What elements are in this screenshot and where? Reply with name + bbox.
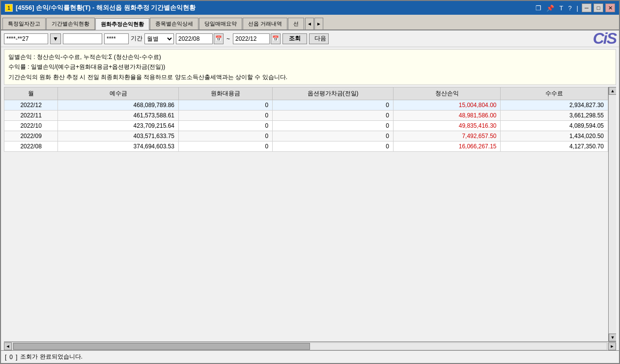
account-name-input[interactable]	[63, 33, 102, 44]
status-bar: [ 0 ] 조회가 완료되었습니다.	[1, 350, 619, 363]
table-cell: 468,089,789.86	[58, 100, 179, 111]
table-cell: 2022/11	[4, 111, 58, 121]
table-cell: 15,004,804.00	[394, 100, 501, 111]
vertical-scrollbar[interactable]: ▲ ▼	[608, 87, 616, 341]
main-window: 1 [4556] 손익/수익률현황(T) - 해외선옵 원화추정 기간별손익현황…	[0, 0, 620, 364]
table-cell: 0	[179, 141, 273, 152]
date-to-wrap: 📅	[233, 33, 281, 44]
table-cell: 0	[273, 111, 394, 121]
tab-daily-summary[interactable]: 당일매매요약	[199, 18, 242, 29]
tab-scroll-right[interactable]: ►	[314, 18, 323, 29]
pin-btn[interactable]: 📌	[545, 4, 556, 12]
title-controls: ❐ 📌 T ? | ─ □ ✕	[534, 3, 615, 12]
scroll-up-arrow[interactable]: ▲	[609, 87, 616, 95]
scroll-left-arrow[interactable]: ◄	[4, 342, 12, 350]
table-cell: 3,661,298.55	[501, 111, 608, 121]
date-from-calendar-btn[interactable]: 📅	[214, 33, 224, 44]
window-title: [4556] 손익/수익률현황(T) - 해외선옵 원화추정 기간별손익현황	[16, 3, 196, 12]
table-cell: 16,066,267.15	[394, 141, 501, 152]
table-cell: 0	[179, 121, 273, 131]
date-from-input[interactable]	[176, 33, 213, 44]
tab-extra[interactable]: 선	[288, 18, 304, 29]
col-header-fee: 수수료	[501, 87, 608, 100]
table-row: 2022/11461,573,588.610048,981,586.003,66…	[4, 111, 608, 121]
info-line-3: 기간손익의 원화 환산 추정 시 전일 최종회차환율을 적용하므로 양도소득산출…	[8, 72, 612, 82]
info-area: 일별손익 : 청산손익-수수료, 누적손익:Σ (청산손익-수수료) 수익률 :…	[4, 49, 616, 85]
status-bracket-open: [	[5, 354, 6, 361]
table-cell: 461,573,588.61	[58, 111, 179, 121]
table-container: 월 예수금 원화대용금 옵션평가차금(전일) 청산손익 수수료 2022/124…	[4, 87, 616, 350]
cis-logo: CiS	[593, 29, 616, 48]
table-cell: 2,934,827.30	[501, 100, 608, 111]
table-cell: 2022/08	[4, 141, 58, 152]
scroll-down-arrow[interactable]: ▼	[609, 334, 616, 341]
table-cell: 7,492,657.50	[394, 131, 501, 141]
table-row: 2022/12468,089,789.860015,004,804.002,93…	[4, 100, 608, 111]
table-cell: 0	[273, 131, 394, 141]
tab-futures-history[interactable]: 선옵 거래내역	[243, 18, 287, 29]
window-icon: 1	[5, 4, 13, 12]
tab-scroll-left[interactable]: ◄	[305, 18, 314, 29]
date-to-calendar-btn[interactable]: 📅	[271, 33, 281, 44]
col-header-option-eval: 옵션평가차금(전일)	[273, 87, 394, 100]
restore-btn[interactable]: ❐	[534, 4, 543, 12]
period-type-select[interactable]: 월별	[144, 33, 174, 44]
scroll-thumb-h[interactable]	[13, 343, 310, 350]
password-input[interactable]	[104, 33, 129, 44]
tab-period-profit[interactable]: 기간별손익현황	[46, 18, 95, 29]
table-cell: 49,835,416.30	[394, 121, 501, 131]
tab-item-detail[interactable]: 종목별손익상세	[150, 18, 198, 29]
table-cell: 374,694,603.53	[58, 141, 179, 152]
status-bracket-close: ]	[16, 354, 17, 361]
table-cell: 1,434,020.50	[501, 131, 608, 141]
col-header-liquidation: 청산손익	[394, 87, 501, 100]
table-row: 2022/08374,694,603.530016,066,267.154,12…	[4, 141, 608, 152]
period-label: 기간	[131, 34, 142, 43]
account-dropdown-btn[interactable]: ▼	[50, 33, 61, 44]
table-cell: 2022/09	[4, 131, 58, 141]
table-cell: 0	[179, 100, 273, 111]
table-cell: 0	[273, 141, 394, 152]
table-cell: 0	[179, 131, 273, 141]
scroll-track-h	[13, 342, 607, 350]
table-scroll-area: 월 예수금 원화대용금 옵션평가차금(전일) 청산손익 수수료 2022/124…	[4, 87, 608, 341]
next-button[interactable]: 다음	[309, 33, 329, 44]
horizontal-scrollbar[interactable]: ◄ ►	[4, 341, 616, 350]
date-separator: ~	[226, 35, 230, 42]
table-cell: 4,127,350.70	[501, 141, 608, 152]
toolbar: ▼ 기간 월별 📅 ~ 📅 조회 다음 CiS	[1, 30, 619, 47]
title-bar-left: 1 [4556] 손익/수익률현황(T) - 해외선옵 원화추정 기간별손익현황	[5, 3, 196, 12]
help-btn[interactable]: ?	[566, 4, 573, 12]
table-header-row: 월 예수금 원화대용금 옵션평가차금(전일) 청산손익 수수료	[4, 87, 608, 100]
search-button[interactable]: 조회	[282, 33, 307, 44]
table-cell: 2022/12	[4, 100, 58, 111]
table-cell: 0	[179, 111, 273, 121]
scroll-track	[609, 95, 616, 334]
scroll-right-arrow[interactable]: ►	[608, 342, 616, 350]
table-cell: 423,709,215.64	[58, 121, 179, 131]
table-cell: 48,981,586.00	[394, 111, 501, 121]
tab-krw-estimated[interactable]: 원화추정손익현황	[95, 18, 149, 30]
close-btn[interactable]: ✕	[605, 3, 615, 12]
table-cell: 403,571,633.75	[58, 131, 179, 141]
table-cell: 0	[273, 100, 394, 111]
info-line-2: 수익률 : 일별손익/(예수금+원화대용금+옵션평가차금(전일))	[8, 62, 612, 72]
tab-specific-date[interactable]: 특정일자잔고	[2, 18, 46, 29]
table-wrapper: 월 예수금 원화대용금 옵션평가차금(전일) 청산손익 수수료 2022/124…	[4, 87, 616, 341]
account-input[interactable]	[4, 33, 48, 44]
status-message: 조회가 완료되었습니다.	[20, 353, 83, 361]
col-header-month: 월	[4, 87, 58, 100]
date-from-wrap: 📅	[176, 33, 224, 44]
status-counter: 0	[9, 354, 13, 361]
table-cell: 0	[273, 121, 394, 131]
table-row: 2022/10423,709,215.640049,835,416.304,08…	[4, 121, 608, 131]
font-btn[interactable]: T	[558, 4, 564, 12]
col-header-krw: 원화대용금	[179, 87, 273, 100]
col-header-deposit: 예수금	[58, 87, 179, 100]
title-bar: 1 [4556] 손익/수익률현황(T) - 해외선옵 원화추정 기간별손익현황…	[1, 1, 619, 15]
date-to-input[interactable]	[233, 33, 270, 44]
separator-pipe: |	[575, 4, 580, 12]
minimize-btn[interactable]: ─	[582, 3, 592, 12]
info-line-1: 일별손익 : 청산손익-수수료, 누적손익:Σ (청산손익-수수료)	[8, 52, 612, 62]
maximize-btn[interactable]: □	[593, 3, 603, 12]
